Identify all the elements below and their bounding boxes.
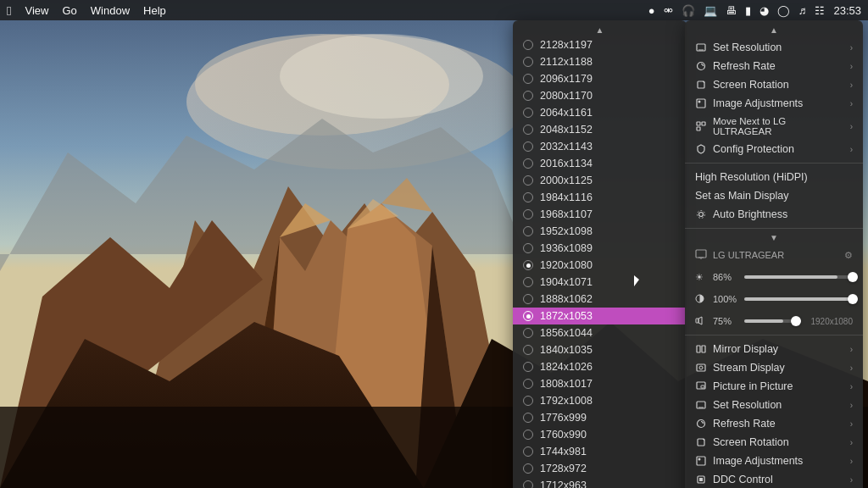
res-2064x1161[interactable]: 2064x1161 (513, 104, 687, 121)
image-adjustments-icon-2 (695, 455, 707, 467)
menubar-icon-display2[interactable]: 🖶 (726, 4, 737, 17)
menu-set-resolution-1[interactable]: Set Resolution › (685, 38, 863, 57)
radio-2080 (523, 91, 533, 101)
radio-1840 (523, 345, 533, 355)
svg-marker-33 (698, 317, 702, 324)
menubar-icon-2[interactable]: ⚮ (664, 4, 673, 17)
res-2032x1143[interactable]: 2032x1143 (513, 138, 687, 155)
menubar-icon-sound[interactable]: ♬ (798, 4, 807, 17)
brightness-thumb[interactable] (848, 272, 858, 282)
menu-window[interactable]: Window (91, 4, 130, 17)
menu-help[interactable]: Help (143, 4, 166, 17)
res-1984x1116[interactable]: 1984x1116 (513, 189, 687, 206)
menu-set-resolution-2[interactable]: Set Resolution › (685, 396, 863, 414)
menu-image-adjustments-2[interactable]: Image Adjustments › (685, 452, 863, 470)
res-2016x1134[interactable]: 2016x1134 (513, 155, 687, 172)
res-1952x1098[interactable]: 1952x1098 (513, 223, 687, 240)
scroll-up-arrow[interactable]: ▲ (513, 24, 687, 36)
contrast-thumb[interactable] (848, 294, 858, 304)
menu-move-next-lg[interactable]: Move Next to LG ULTRAGEAR › (685, 113, 863, 140)
auto-brightness-label: Auto Brightness (713, 208, 787, 220)
res-1968x1107[interactable]: 1968x1107 (513, 206, 687, 223)
radio-1824 (523, 362, 533, 372)
res-1856x1044[interactable]: 1856x1044 (513, 324, 687, 341)
menu-refresh-rate-1[interactable]: Refresh Rate › (685, 57, 863, 75)
contrast-track[interactable] (744, 291, 853, 307)
menubar-icon-wifi[interactable]: ◕ (760, 4, 769, 17)
menu-set-main-display-1[interactable]: Set as Main Display (685, 186, 863, 205)
menubar-icon-battery[interactable]: ▮ (745, 4, 751, 17)
menu-config-protection-1[interactable]: Config Protection › (685, 140, 863, 158)
menu-auto-brightness[interactable]: Auto Brightness (685, 205, 863, 224)
apple-menu[interactable]:  (7, 3, 11, 18)
menu-go[interactable]: Go (62, 4, 76, 17)
res-1888x1062[interactable]: 1888x1062 (513, 291, 687, 308)
divider-2 (685, 228, 863, 229)
res-1920x1080[interactable]: 1920x1080 (513, 257, 687, 274)
res-1904x1071[interactable]: 1904x1071 (513, 274, 687, 291)
res-2048x1152[interactable]: 2048x1152 (513, 121, 687, 138)
res-1840x1035[interactable]: 1840x1035 (513, 341, 687, 358)
brightness-track[interactable] (744, 269, 853, 285)
settings-scroll-up[interactable]: ▲ (685, 24, 863, 36)
radio-1760 (523, 430, 533, 440)
res-1760x990[interactable]: 1760x990 (513, 426, 687, 443)
menu-refresh-rate-2[interactable]: Refresh Rate › (685, 414, 863, 433)
res-1744x981[interactable]: 1744x981 (513, 443, 687, 460)
image-adjustments-label-1: Image Adjustments (713, 97, 803, 109)
res-1792x1008[interactable]: 1792x1008 (513, 392, 687, 409)
svg-point-22 (698, 101, 701, 103)
svg-rect-44 (697, 457, 705, 465)
menubar-icon-headphones[interactable]: 🎧 (682, 4, 695, 17)
radio-1808 (523, 379, 533, 389)
ddc-control-icon (695, 474, 707, 485)
radio-1952 (523, 226, 533, 236)
set-resolution-label-2: Set Resolution (713, 399, 782, 411)
image-adjustments-icon-1 (695, 97, 707, 109)
svg-rect-23 (697, 122, 700, 125)
res-2080x1170[interactable]: 2080x1170 (513, 87, 687, 104)
res-2112x1188[interactable]: 2112x1188 (513, 53, 687, 70)
svg-point-3 (280, 34, 483, 119)
menu-screen-rotation-2[interactable]: Screen Rotation › (685, 433, 863, 452)
lg-settings-icon[interactable]: ⚙ (844, 250, 853, 261)
menu-high-resolution-1[interactable]: High Resolution (HiDPI) (685, 168, 863, 186)
chevron-icon: › (850, 438, 853, 447)
res-2000x1125[interactable]: 2000x1125 (513, 172, 687, 189)
menubar-icon-record[interactable]: ◯ (777, 4, 790, 17)
menubar-icon-1[interactable]: ● (648, 4, 655, 17)
menu-image-adjustments-1[interactable]: Image Adjustments › (685, 94, 863, 113)
res-1872x1053[interactable]: 1872x1053 (513, 308, 687, 324)
res-1808x1017[interactable]: 1808x1017 (513, 375, 687, 392)
res-1728x972[interactable]: 1728x972 (513, 460, 687, 477)
menubar-icon-display[interactable]: 💻 (704, 4, 717, 17)
svg-rect-25 (697, 127, 700, 130)
auto-brightness-icon (695, 208, 707, 220)
res-1936x1089[interactable]: 1936x1089 (513, 240, 687, 257)
volume-thumb[interactable] (791, 316, 801, 326)
chevron-icon: › (850, 345, 853, 354)
menu-screen-rotation-1[interactable]: Screen Rotation › (685, 75, 863, 94)
settings-scroll-mid[interactable]: ▼ (685, 231, 863, 244)
menu-stream-display[interactable]: Stream Display › (685, 358, 863, 377)
contrast-icon (695, 294, 707, 305)
menu-view[interactable]: View (25, 4, 48, 17)
mirror-display-icon (695, 343, 707, 355)
menu-ddc-control[interactable]: DDC Control › (685, 470, 863, 488)
res-1712x963[interactable]: 1712x963 (513, 477, 687, 488)
res-2128x1197[interactable]: 2128x1197 (513, 36, 687, 53)
set-resolution-icon-1 (695, 42, 707, 53)
contrast-slider: 100% (685, 288, 863, 310)
menubar-icon-control[interactable]: ☷ (815, 4, 825, 17)
menu-picture-in-picture[interactable]: Picture in Picture › (685, 377, 863, 396)
res-2096x1179[interactable]: 2096x1179 (513, 70, 687, 87)
res-1776x999[interactable]: 1776x999 (513, 409, 687, 426)
radio-2032 (523, 141, 533, 152)
volume-track[interactable] (744, 313, 796, 329)
menu-mirror-display[interactable]: Mirror Display › (685, 340, 863, 358)
radio-2000 (523, 175, 533, 186)
res-1824x1026[interactable]: 1824x1026 (513, 358, 687, 375)
radio-1728 (523, 463, 533, 474)
radio-1936 (523, 243, 533, 253)
resolution-panel: ▲ 2128x1197 2112x1188 2096x1179 2080x117… (513, 20, 687, 488)
